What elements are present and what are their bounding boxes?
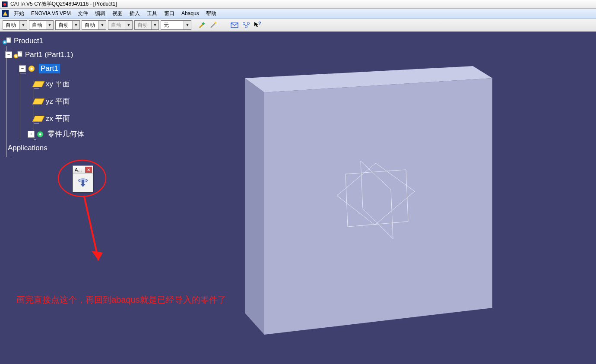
menu-enovia[interactable]: ENOVIA V5 VPM bbox=[28, 9, 74, 17]
product-icon bbox=[2, 37, 11, 45]
svg-marker-13 bbox=[264, 78, 492, 335]
menu-start[interactable]: 开始 bbox=[10, 9, 28, 18]
brush-icon[interactable] bbox=[197, 20, 207, 30]
tree-part-label: Part1 bbox=[39, 64, 60, 73]
tree-plane-zx-label: zx 平面 bbox=[46, 114, 70, 123]
body-icon bbox=[35, 130, 45, 139]
tree-applications[interactable]: Applications bbox=[8, 141, 84, 155]
tree-plane-yz[interactable]: yz 平面 bbox=[34, 93, 84, 110]
svg-point-9 bbox=[245, 26, 247, 28]
expand-icon[interactable]: + bbox=[28, 131, 35, 138]
toolbar: 自动▼ 自动▼ 自动▼ 自动▼ 自动▼ 自动▼ 无▼ ? bbox=[0, 19, 596, 32]
menu-insert[interactable]: 插入 bbox=[126, 9, 143, 18]
menu-window[interactable]: 窗口 bbox=[161, 9, 178, 18]
tree-part[interactable]: − Part1 bbox=[19, 62, 84, 76]
nodes-icon[interactable] bbox=[241, 20, 251, 30]
tree-root-label: Product1 bbox=[14, 36, 43, 46]
menu-help[interactable]: 帮助 bbox=[203, 9, 220, 18]
abaqus-floating-toolbar[interactable]: A... ✕ bbox=[73, 165, 93, 192]
svg-point-28 bbox=[39, 133, 41, 136]
tree-plane-xy[interactable]: xy 平面 bbox=[34, 76, 84, 93]
svg-rect-23 bbox=[18, 51, 22, 57]
combo-3[interactable]: 自动▼ bbox=[55, 20, 80, 30]
abaqus-export-button[interactable] bbox=[76, 176, 89, 189]
svg-marker-31 bbox=[80, 184, 86, 187]
model-3d bbox=[0, 32, 596, 364]
tree-part-instance[interactable]: − Part1 (Part1.1) bbox=[5, 48, 84, 62]
viewport-3d[interactable]: Product1 − Part1 (Part1.1) − Part1 xy 平面… bbox=[0, 32, 596, 364]
help-pointer-icon[interactable]: ? bbox=[253, 20, 262, 30]
combo-6[interactable]: 自动▼ bbox=[134, 20, 159, 30]
menu-view[interactable]: 视图 bbox=[109, 9, 126, 18]
tree-plane-yz-label: yz 平面 bbox=[46, 97, 70, 106]
combo-2[interactable]: 自动▼ bbox=[29, 20, 54, 30]
combo-1[interactable]: 自动▼ bbox=[3, 20, 27, 30]
tree-body-label: 零件几何体 bbox=[48, 130, 84, 139]
window-title: CATIA V5 CY教学QQ2948949116 - [Product1] bbox=[10, 0, 117, 8]
tree-applications-label: Applications bbox=[8, 143, 48, 153]
svg-point-8 bbox=[247, 22, 250, 25]
svg-marker-12 bbox=[245, 78, 264, 335]
part-icon bbox=[27, 64, 36, 73]
menu-edit[interactable]: 编辑 bbox=[92, 9, 109, 18]
plane-icon bbox=[34, 114, 43, 123]
close-icon[interactable]: ✕ bbox=[85, 167, 92, 173]
wand-icon[interactable] bbox=[209, 20, 218, 30]
tree-plane-zx[interactable]: zx 平面 bbox=[34, 110, 84, 127]
svg-text:?: ? bbox=[258, 21, 261, 26]
mail-icon[interactable] bbox=[230, 20, 240, 30]
svg-rect-19 bbox=[6, 38, 11, 43]
plane-icon bbox=[34, 97, 43, 106]
menubar: 开始 ENOVIA V5 VPM 文件 编辑 视图 插入 工具 窗口 Abaqu… bbox=[0, 9, 596, 19]
combo-4[interactable]: 自动▼ bbox=[82, 20, 106, 30]
svg-point-1 bbox=[3, 3, 6, 6]
floating-toolbar-title[interactable]: A... ✕ bbox=[73, 166, 93, 174]
annotation-text: 画完直接点这个，再回到abaqus就是已经导入的零件了 bbox=[16, 294, 226, 306]
plane-icon bbox=[34, 80, 43, 89]
spec-tree[interactable]: Product1 − Part1 (Part1.1) − Part1 xy 平面… bbox=[2, 34, 84, 155]
svg-point-7 bbox=[243, 22, 245, 25]
menu-abaqus[interactable]: Abaqus bbox=[178, 9, 203, 17]
floating-toolbar-title-text: A... bbox=[75, 167, 82, 172]
tree-root[interactable]: Product1 bbox=[2, 34, 84, 48]
combo-5[interactable]: 自动▼ bbox=[108, 20, 133, 30]
menu-file[interactable]: 文件 bbox=[74, 9, 92, 18]
app-icon bbox=[2, 1, 8, 7]
menu-tools[interactable]: 工具 bbox=[143, 9, 161, 18]
tree-body[interactable]: + 零件几何体 bbox=[28, 127, 84, 141]
start-icon bbox=[2, 10, 9, 17]
collapse-icon[interactable]: − bbox=[19, 65, 26, 72]
tree-part-instance-label: Part1 (Part1.1) bbox=[25, 50, 73, 60]
tree-plane-xy-label: xy 平面 bbox=[46, 79, 70, 89]
part-instance-icon bbox=[13, 51, 22, 59]
svg-point-22 bbox=[15, 55, 17, 57]
window-titlebar: CATIA V5 CY教学QQ2948949116 - [Product1] bbox=[0, 0, 596, 9]
combo-7[interactable]: 无▼ bbox=[161, 20, 191, 30]
svg-point-18 bbox=[4, 41, 6, 43]
svg-point-26 bbox=[31, 68, 33, 70]
collapse-icon[interactable]: − bbox=[5, 51, 12, 58]
